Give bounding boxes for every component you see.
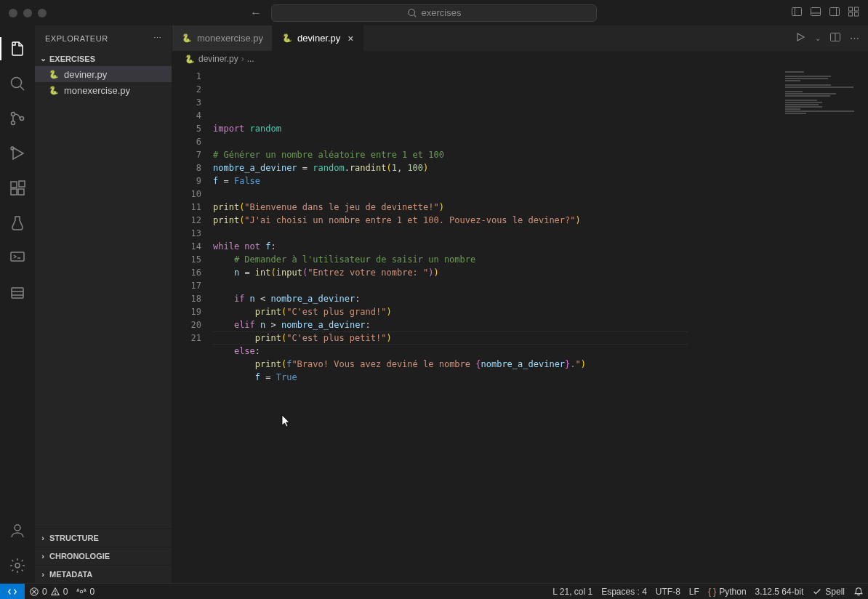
status-bar: 0 0 0 L 21, col 1 Espaces : 4 UTF-8 LF {… bbox=[0, 583, 868, 599]
file-item[interactable]: 🐍monexercise.py bbox=[35, 82, 172, 98]
indent-button[interactable]: Espaces : 4 bbox=[597, 587, 651, 597]
eol-button[interactable]: LF bbox=[685, 587, 704, 597]
svg-point-27 bbox=[15, 525, 20, 531]
layout-right-icon[interactable] bbox=[829, 6, 840, 20]
svg-point-18 bbox=[11, 147, 14, 150]
chevron-down-icon: ⌄ bbox=[38, 54, 48, 63]
ports-count: 0 bbox=[89, 587, 95, 597]
svg-rect-10 bbox=[849, 12, 853, 16]
close-tab-icon[interactable]: × bbox=[347, 33, 353, 44]
svg-rect-9 bbox=[855, 7, 859, 11]
editor-area: 🐍monexercise.py🐍deviner.py× ⌄ ⋯ 🐍 devine… bbox=[172, 25, 868, 583]
testing-icon[interactable] bbox=[0, 206, 35, 241]
sidebar-section[interactable]: ›METADATA bbox=[35, 565, 172, 583]
search-box[interactable]: exercises bbox=[271, 4, 597, 22]
svg-rect-2 bbox=[792, 8, 802, 16]
sidebar-section[interactable]: ›STRUCTURE bbox=[35, 528, 172, 547]
sidebar: EXPLORATEUR ⋯ ⌄ EXERCISES 🐍deviner.py🐍mo… bbox=[35, 25, 172, 583]
svg-rect-8 bbox=[849, 7, 853, 11]
tab-label: deviner.py bbox=[297, 33, 340, 44]
file-item[interactable]: 🐍deviner.py bbox=[35, 66, 172, 82]
tab-label: monexercise.py bbox=[197, 33, 263, 44]
tabs-bar: 🐍monexercise.py🐍deviner.py× ⌄ ⋯ bbox=[172, 25, 868, 51]
workspace-section[interactable]: ⌄ EXERCISES bbox=[35, 51, 172, 66]
editor[interactable]: 123456789101112131415161718192021 import… bbox=[172, 67, 868, 583]
close-window-button[interactable] bbox=[9, 9, 17, 17]
svg-rect-22 bbox=[19, 181, 25, 187]
split-editor-icon[interactable] bbox=[829, 31, 841, 45]
remote-explorer-icon[interactable] bbox=[0, 241, 35, 276]
sidebar-title: EXPLORATEUR ⋯ bbox=[35, 25, 172, 51]
svg-rect-23 bbox=[11, 252, 24, 261]
workspace-name: EXERCISES bbox=[49, 55, 95, 63]
run-dropdown-icon[interactable]: ⌄ bbox=[815, 34, 821, 42]
source-control-icon[interactable] bbox=[0, 101, 35, 136]
activity-bar bbox=[0, 25, 35, 583]
python-file-icon: 🐍 bbox=[184, 53, 196, 65]
chevron-right-icon: › bbox=[38, 570, 48, 579]
svg-rect-4 bbox=[811, 8, 821, 16]
errors-count: 0 bbox=[42, 587, 47, 597]
breadcrumbs[interactable]: 🐍 deviner.py › ... bbox=[172, 51, 868, 67]
ports-button[interactable]: 0 bbox=[72, 587, 99, 597]
svg-marker-17 bbox=[13, 148, 23, 159]
python-file-icon: 🐍 bbox=[48, 84, 60, 96]
maximize-window-button[interactable] bbox=[38, 9, 47, 17]
layout-left-icon[interactable] bbox=[791, 6, 803, 20]
run-debug-icon[interactable] bbox=[0, 136, 35, 171]
file-name: monexercise.py bbox=[64, 85, 130, 96]
window-controls bbox=[0, 9, 47, 17]
extensions-icon[interactable] bbox=[0, 171, 35, 206]
nav-back-icon[interactable]: ← bbox=[250, 7, 262, 20]
svg-line-13 bbox=[20, 87, 24, 90]
spell-button[interactable]: Spell bbox=[808, 587, 849, 597]
svg-point-12 bbox=[12, 78, 22, 88]
chevron-right-icon: › bbox=[38, 534, 48, 542]
search-placeholder: exercises bbox=[422, 7, 462, 18]
python-file-icon: 🐍 bbox=[48, 68, 60, 80]
svg-point-15 bbox=[12, 121, 15, 125]
problems-button[interactable]: 0 0 bbox=[25, 587, 72, 597]
svg-rect-21 bbox=[18, 189, 24, 195]
layout-bottom-icon[interactable] bbox=[810, 6, 821, 20]
accounts-icon[interactable] bbox=[0, 513, 35, 548]
code-area[interactable]: import random# Générer un nombre aléatoi… bbox=[213, 67, 781, 583]
tab[interactable]: 🐍deviner.py× bbox=[273, 25, 363, 51]
minimize-window-button[interactable] bbox=[23, 9, 32, 17]
python-file-icon: 🐍 bbox=[181, 33, 193, 44]
svg-rect-20 bbox=[11, 189, 17, 195]
search-activity-icon[interactable] bbox=[0, 66, 35, 101]
svg-rect-24 bbox=[12, 288, 23, 298]
sidebar-section[interactable]: ›CHRONOLOGIE bbox=[35, 547, 172, 565]
more-actions-icon[interactable]: ⋯ bbox=[850, 33, 859, 44]
notifications-icon[interactable] bbox=[849, 587, 868, 597]
chevron-right-icon: › bbox=[38, 552, 48, 560]
database-icon[interactable] bbox=[0, 276, 35, 310]
explorer-icon[interactable] bbox=[0, 31, 35, 66]
tab[interactable]: 🐍monexercise.py bbox=[172, 25, 273, 51]
encoding-button[interactable]: UTF-8 bbox=[651, 587, 685, 597]
language-button[interactable]: { } Python bbox=[704, 587, 751, 597]
breadcrumb-file: deviner.py bbox=[198, 54, 238, 64]
warnings-count: 0 bbox=[63, 587, 68, 597]
svg-rect-6 bbox=[830, 8, 840, 16]
gutter: 123456789101112131415161718192021 bbox=[172, 67, 213, 583]
svg-point-37 bbox=[81, 590, 84, 593]
minimap[interactable] bbox=[781, 67, 868, 583]
python-version-button[interactable]: 3.12.5 64-bit bbox=[751, 587, 808, 597]
sidebar-more-icon[interactable]: ⋯ bbox=[153, 33, 162, 43]
run-button-icon[interactable] bbox=[795, 31, 806, 45]
mouse-cursor bbox=[229, 401, 238, 414]
search-icon bbox=[407, 8, 417, 18]
svg-point-36 bbox=[55, 593, 55, 594]
svg-rect-11 bbox=[855, 12, 859, 16]
svg-rect-19 bbox=[11, 182, 17, 188]
cursor-position[interactable]: L 21, col 1 bbox=[548, 587, 597, 597]
svg-point-16 bbox=[20, 117, 24, 121]
layout-customize-icon[interactable] bbox=[848, 6, 859, 20]
remote-button[interactable] bbox=[0, 584, 25, 600]
svg-line-1 bbox=[414, 15, 416, 17]
file-name: deviner.py bbox=[64, 69, 107, 80]
settings-icon[interactable] bbox=[0, 548, 35, 583]
svg-marker-29 bbox=[797, 33, 804, 41]
